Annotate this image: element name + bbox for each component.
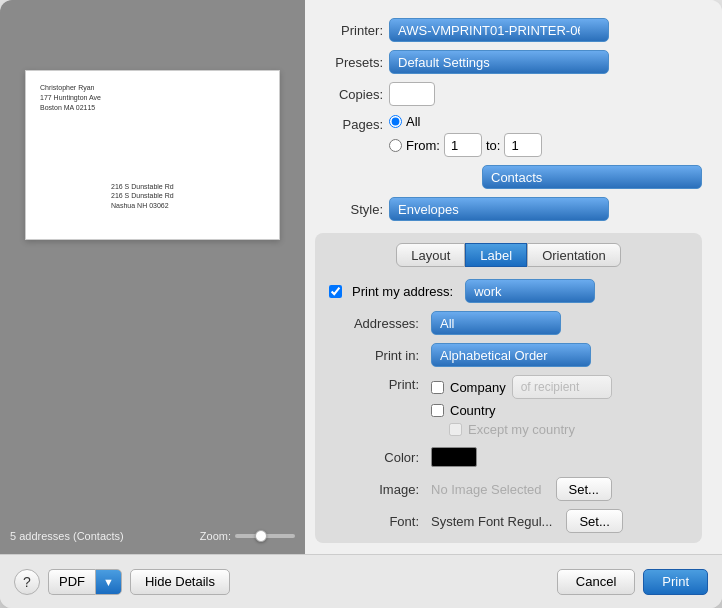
printer-select-wrapper: AWS-VMPRINT01-PRINTER-06-01 <box>389 18 609 42</box>
pdf-group: PDF ▼ <box>48 569 122 595</box>
zoom-label: Zoom: <box>200 530 231 542</box>
zoom-slider[interactable] <box>235 534 295 538</box>
pdf-arrow-icon: ▼ <box>103 576 114 588</box>
pages-options: All From: to: <box>389 114 542 157</box>
image-set-button[interactable]: Set... <box>556 477 612 501</box>
printer-row: Printer: AWS-VMPRINT01-PRINTER-06-01 <box>315 18 702 42</box>
pages-to-label: to: <box>486 138 500 153</box>
tab-orientation[interactable]: Orientation <box>527 243 621 267</box>
pages-all-radio[interactable] <box>389 115 402 128</box>
help-button[interactable]: ? <box>14 569 40 595</box>
print-in-select[interactable]: Alphabetical Order <box>431 343 591 367</box>
printer-select[interactable]: AWS-VMPRINT01-PRINTER-06-01 <box>389 18 609 42</box>
addresses-select[interactable]: All <box>431 311 561 335</box>
pages-from-option: From: to: <box>389 133 542 157</box>
country-label: Country <box>450 403 496 418</box>
zoom-thumb <box>255 530 267 542</box>
print-in-row: Print in: Alphabetical Order <box>329 343 688 367</box>
presets-select[interactable]: Default Settings <box>389 50 609 74</box>
pages-all-option: All <box>389 114 542 129</box>
bottom-bar: ? PDF ▼ Hide Details Cancel Print <box>0 554 722 608</box>
company-row: Company of recipient <box>431 375 612 399</box>
country-row: Country <box>431 403 612 418</box>
printer-label: Printer: <box>315 23 383 38</box>
preview-footer: 5 addresses (Contacts) Zoom: <box>0 530 305 542</box>
color-swatch[interactable] <box>431 447 477 467</box>
image-label: Image: <box>329 482 419 497</box>
except-row: Except my country <box>431 422 612 437</box>
color-label: Color: <box>329 450 419 465</box>
print-dialog: Christopher Ryan 177 Huntington Ave Bost… <box>0 0 722 608</box>
pages-label: Pages: <box>315 114 383 132</box>
print-my-address-select[interactable]: work <box>465 279 595 303</box>
pages-from-radio[interactable] <box>389 139 402 152</box>
cancel-button[interactable]: Cancel <box>557 569 635 595</box>
color-row: Color: <box>329 445 688 469</box>
copies-input[interactable]: 1 <box>389 82 435 106</box>
addresses-label: Addresses: <box>329 316 419 331</box>
preview-status: 5 addresses (Contacts) <box>10 530 124 542</box>
image-placeholder: No Image Selected <box>431 482 542 497</box>
subsection-panel: Layout Label Orientation Print my addres… <box>315 233 702 543</box>
print-sub-options: Company of recipient Country Except my c… <box>431 375 612 437</box>
tab-label[interactable]: Label <box>465 243 527 267</box>
settings-panel: Printer: AWS-VMPRINT01-PRINTER-06-01 Pre… <box>305 0 722 554</box>
pages-to-input[interactable] <box>504 133 542 157</box>
print-in-label: Print in: <box>329 348 419 363</box>
pages-from-input[interactable] <box>444 133 482 157</box>
style-row: Style: Envelopes <box>315 197 702 221</box>
bottom-right: Cancel Print <box>557 569 708 595</box>
contacts-select[interactable]: Contacts <box>482 165 702 189</box>
font-label: Font: <box>329 514 419 529</box>
copies-row: Copies: 1 <box>315 82 702 106</box>
pdf-arrow-button[interactable]: ▼ <box>95 569 122 595</box>
addresses-row: Addresses: All <box>329 311 688 335</box>
envelope-preview: Christopher Ryan 177 Huntington Ave Bost… <box>25 70 280 240</box>
presets-row: Presets: Default Settings <box>315 50 702 74</box>
company-label: Company <box>450 380 506 395</box>
bottom-left: ? PDF ▼ Hide Details <box>14 569 230 595</box>
style-label: Style: <box>315 202 383 217</box>
preview-panel: Christopher Ryan 177 Huntington Ave Bost… <box>0 0 305 554</box>
zoom-control: Zoom: <box>200 530 295 542</box>
style-select[interactable]: Envelopes <box>389 197 609 221</box>
print-my-address-label: Print my address: <box>352 284 453 299</box>
tabs-row: Layout Label Orientation <box>329 243 688 267</box>
except-checkbox[interactable] <box>449 423 462 436</box>
image-row: Image: No Image Selected Set... <box>329 477 688 501</box>
font-set-button[interactable]: Set... <box>566 509 622 533</box>
print-button[interactable]: Print <box>643 569 708 595</box>
print-my-address-row: Print my address: work <box>329 279 688 303</box>
print-my-address-checkbox[interactable] <box>329 285 342 298</box>
presets-select-wrapper: Default Settings <box>389 50 609 74</box>
tab-layout[interactable]: Layout <box>396 243 465 267</box>
font-value: System Font Regul... <box>431 514 552 529</box>
print-options-row: Print: Company of recipient Country <box>329 375 688 437</box>
contacts-row: Contacts <box>315 165 702 189</box>
print-label: Print: <box>329 375 419 392</box>
pdf-main-button[interactable]: PDF <box>48 569 95 595</box>
hide-details-button[interactable]: Hide Details <box>130 569 230 595</box>
pages-all-label: All <box>406 114 420 129</box>
sender-address: Christopher Ryan 177 Huntington Ave Bost… <box>40 83 101 112</box>
dialog-main: Christopher Ryan 177 Huntington Ave Bost… <box>0 0 722 554</box>
copies-label: Copies: <box>315 87 383 102</box>
company-of-select[interactable]: of recipient <box>512 375 612 399</box>
recipient-address: 216 S Dunstable Rd 216 S Dunstable Rd Na… <box>111 182 174 211</box>
country-checkbox[interactable] <box>431 404 444 417</box>
presets-label: Presets: <box>315 55 383 70</box>
pages-from-label: From: <box>406 138 440 153</box>
font-row: Font: System Font Regul... Set... <box>329 509 688 533</box>
company-checkbox[interactable] <box>431 381 444 394</box>
pages-row: Pages: All From: to: <box>315 114 702 157</box>
except-label: Except my country <box>468 422 575 437</box>
